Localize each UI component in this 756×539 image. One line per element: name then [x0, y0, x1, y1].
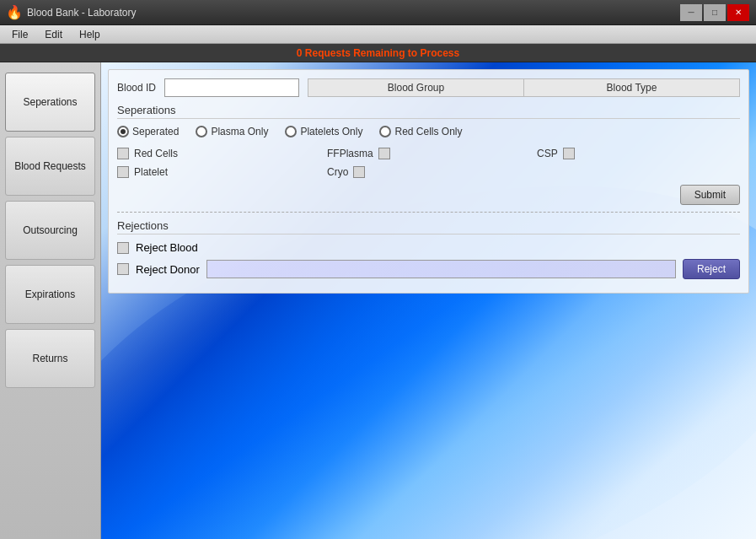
check-ffplasma: FFPlasma	[327, 148, 530, 159]
separation-checkboxes: Red Cells FFPlasma CSP Platelet Cryo	[117, 148, 740, 178]
radio-platelets-circle	[285, 126, 297, 137]
radio-plasma-only[interactable]: Plasma Only	[196, 126, 268, 137]
menu-edit[interactable]: Edit	[36, 27, 71, 42]
window-controls[interactable]: ─ □ ✕	[680, 4, 749, 21]
main-layout: Seperations Blood Requests Outsourcing E…	[0, 62, 756, 539]
rejections-section-title: Rejections	[117, 219, 740, 234]
title-bar-left: 🔥 Blood Bank - Laboratory	[7, 5, 136, 20]
checkbox-red-cells[interactable]	[117, 148, 129, 159]
checkbox-csp[interactable]	[563, 148, 575, 159]
app-icon: 🔥	[7, 5, 22, 20]
sidebar-item-outsourcing[interactable]: Outsourcing	[5, 201, 95, 260]
status-text: 0 Requests Remaining to Process	[297, 47, 459, 59]
check-empty-cell	[537, 166, 740, 178]
checkbox-cryo[interactable]	[353, 166, 365, 178]
radio-red-cells-only[interactable]: Red Cells Only	[379, 126, 462, 137]
menu-file[interactable]: File	[3, 27, 36, 42]
sidebar: Seperations Blood Requests Outsourcing E…	[0, 62, 101, 539]
check-csp: CSP	[537, 148, 740, 159]
maximize-button[interactable]: □	[704, 4, 726, 21]
radio-group-seperations: Seperated Plasma Only Platelets Only Red…	[117, 126, 740, 137]
reject-donor-label: Reject Donor	[136, 263, 200, 276]
radio-red-cells-circle	[379, 126, 391, 137]
sidebar-item-returns[interactable]: Returns	[5, 329, 95, 388]
checkbox-reject-blood[interactable]	[117, 242, 129, 254]
blood-id-input[interactable]	[164, 78, 299, 97]
seperations-section-title: Seperations	[117, 104, 740, 119]
radio-platelets-only[interactable]: Platelets Only	[285, 126, 362, 137]
reject-blood-label: Reject Blood	[136, 241, 198, 254]
status-bar: 0 Requests Remaining to Process	[0, 44, 756, 62]
menu-help[interactable]: Help	[71, 27, 109, 42]
blood-type-header: Blood Type	[524, 79, 739, 96]
rejections-section: Rejections Reject Blood Reject Donor Rej…	[117, 212, 740, 279]
blood-id-label: Blood ID	[117, 82, 156, 94]
close-button[interactable]: ✕	[727, 4, 749, 21]
checkbox-platelet[interactable]	[117, 166, 129, 178]
sidebar-item-seperations[interactable]: Seperations	[5, 73, 95, 132]
title-bar: 🔥 Blood Bank - Laboratory ─ □ ✕	[0, 0, 756, 25]
main-panel: Blood ID Blood Group Blood Type Seperati…	[108, 69, 749, 294]
reject-donor-input[interactable]	[206, 260, 676, 278]
checkbox-reject-donor[interactable]	[117, 263, 129, 275]
minimize-button[interactable]: ─	[680, 4, 702, 21]
menu-bar: File Edit Help	[0, 25, 756, 44]
content-area: Blood ID Blood Group Blood Type Seperati…	[101, 62, 756, 539]
blood-group-type-display: Blood Group Blood Type	[308, 78, 740, 97]
radio-seperated[interactable]: Seperated	[117, 126, 179, 137]
check-platelet: Platelet	[117, 166, 320, 178]
checkbox-ffplasma[interactable]	[378, 148, 390, 159]
sidebar-item-expirations[interactable]: Expirations	[5, 265, 95, 324]
sidebar-item-blood-requests[interactable]: Blood Requests	[5, 137, 95, 196]
reject-blood-row: Reject Blood	[117, 241, 740, 254]
check-cryo: Cryo	[327, 166, 530, 178]
top-fields-row: Blood ID Blood Group Blood Type	[117, 78, 740, 97]
radio-seperated-circle	[117, 126, 129, 137]
reject-donor-row: Reject Donor Reject	[117, 259, 740, 279]
reject-button[interactable]: Reject	[683, 259, 740, 279]
blood-group-header: Blood Group	[308, 79, 524, 96]
window-title: Blood Bank - Laboratory	[27, 7, 136, 19]
radio-plasma-circle	[196, 126, 207, 137]
submit-row: Submit	[117, 185, 740, 205]
submit-button[interactable]: Submit	[680, 185, 740, 205]
check-red-cells: Red Cells	[117, 148, 320, 159]
